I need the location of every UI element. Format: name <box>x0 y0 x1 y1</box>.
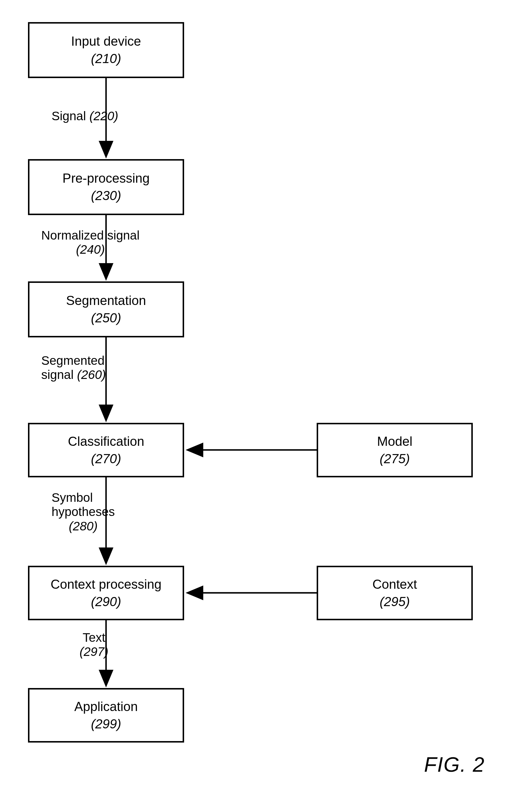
node-title: Application <box>74 699 137 714</box>
edge-label-signal: Signal (220) <box>52 109 118 123</box>
node-pre-processing: Pre-processing (230) <box>28 159 184 215</box>
node-title: Classification <box>68 434 144 449</box>
edge-label-segmented: Segmented signal (260) <box>41 354 106 382</box>
edge-ref: (297) <box>79 645 109 658</box>
edge-text2: signal <box>41 368 74 382</box>
edge-label-text: Text (297) <box>79 631 109 659</box>
node-context: Context (295) <box>317 566 473 620</box>
node-ref: (299) <box>91 716 121 732</box>
node-ref: (250) <box>91 310 121 326</box>
node-application: Application (299) <box>28 688 184 743</box>
node-ref: (275) <box>380 451 410 467</box>
node-context-processing: Context processing (290) <box>28 566 184 620</box>
figure-label: FIG. 2 <box>424 753 485 777</box>
edge-ref: (260) <box>77 368 106 382</box>
node-ref: (290) <box>91 594 121 610</box>
node-model: Model (275) <box>317 423 473 477</box>
edge-ref: (240) <box>76 242 105 256</box>
node-ref: (270) <box>91 451 121 467</box>
edge-text: Segmented <box>41 354 104 368</box>
node-title: Input device <box>71 34 141 49</box>
edge-text: Text <box>83 631 106 645</box>
node-classification: Classification (270) <box>28 423 184 477</box>
node-ref: (210) <box>91 51 121 67</box>
edge-text: Signal <box>52 109 86 123</box>
edge-text2: hypotheses <box>52 505 115 519</box>
node-title: Model <box>377 434 413 449</box>
edge-ref: (220) <box>89 109 118 123</box>
node-title: Context <box>372 577 417 592</box>
node-title: Context processing <box>51 577 162 592</box>
edge-label-symhyp: Symbol hypotheses (280) <box>52 490 115 533</box>
node-title: Pre-processing <box>62 171 150 186</box>
node-ref: (230) <box>91 188 121 204</box>
edge-label-normalized: Normalized signal (240) <box>41 228 140 257</box>
edge-ref: (280) <box>69 519 97 533</box>
node-segmentation: Segmentation (250) <box>28 281 184 337</box>
node-title: Segmentation <box>66 293 146 309</box>
edge-text: Symbol <box>52 490 93 504</box>
edge-text: Normalized signal <box>41 228 140 242</box>
node-input-device: Input device (210) <box>28 22 184 78</box>
node-ref: (295) <box>380 594 410 610</box>
